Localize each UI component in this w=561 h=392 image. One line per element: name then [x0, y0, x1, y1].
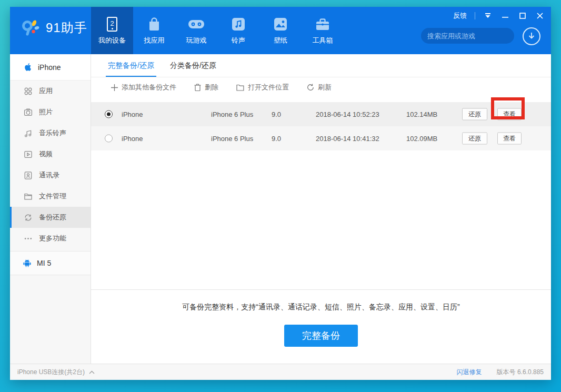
backup-model: iPhone 6 Plus [211, 110, 253, 118]
sidebar-item-music[interactable]: 音乐铃声 [10, 123, 91, 144]
backup-date: 2018-06-14 10:52:23 [316, 110, 379, 118]
nav-games[interactable]: 玩游戏 [175, 7, 217, 54]
nav-ringtones[interactable]: 铃声 [217, 7, 259, 54]
backup-date: 2018-06-14 10:41:32 [316, 135, 379, 143]
full-backup-button[interactable]: 完整备份 [284, 325, 358, 347]
sidebar-item-contacts[interactable]: 通讯录 [10, 165, 91, 186]
backup-row-1[interactable]: iPhone iPhone 6 Plus 9.0 2018-06-14 10:5… [91, 102, 551, 126]
open-file-location-button[interactable]: 打开文件位置 [236, 83, 289, 92]
titlebar-controls: 反馈 [453, 11, 545, 21]
refresh-icon [307, 84, 314, 91]
briefcase-icon [315, 16, 330, 33]
sidebar-device-iphone[interactable]: iPhone [10, 54, 91, 81]
restore-button[interactable]: 还原 [462, 108, 487, 120]
backup-size: 102.14MB [406, 110, 437, 118]
backup-row-2[interactable]: iPhone iPhone 6 Plus 9.0 2018-06-14 10:4… [91, 126, 551, 150]
device-count-badge: 2 [110, 20, 114, 27]
app-logo: 91助手 [22, 19, 87, 36]
restore-button[interactable]: 还原 [462, 133, 487, 145]
picture-icon [274, 16, 287, 33]
gamepad-icon [188, 16, 205, 33]
sidebar-item-files[interactable]: 文件管理 [10, 186, 91, 207]
view-button[interactable]: 查看 [497, 108, 522, 120]
radio-selected[interactable] [105, 110, 113, 118]
view-button[interactable]: 查看 [497, 133, 522, 145]
apple-icon [24, 63, 33, 72]
download-manager-button[interactable] [523, 27, 540, 45]
backup-tabbar: 完整备份/还原 分类备份/还原 [91, 54, 551, 77]
header-bar: 91助手 2 我的设备 找应用 玩游戏 [10, 7, 551, 54]
backup-support-note: 可备份完整资料，支持“通讯录、通话记录、短信、照片、备忘录、应用、设置、日历” [91, 303, 551, 312]
more-dots-icon [24, 234, 33, 243]
main-nav: 2 我的设备 找应用 玩游戏 铃声 [91, 7, 344, 54]
backup-size: 102.09MB [406, 135, 437, 143]
sidebar-item-backup-restore[interactable]: 备份还原 [10, 207, 91, 228]
plus-icon [111, 84, 118, 91]
feedback-link[interactable]: 反馈 [453, 11, 467, 21]
delete-button[interactable]: 删除 [194, 83, 218, 92]
music-notes-icon [24, 129, 33, 138]
status-bar: iPhone USB连接(共2台) 闪退修复 版本号 6.6.0.885 [10, 364, 551, 380]
connected-devices-toggle[interactable]: iPhone USB连接(共2台) [17, 368, 95, 377]
backup-model: iPhone 6 Plus [211, 135, 253, 143]
sidebar: iPhone 应用 照片 音乐铃声 视频 通讯录 [10, 54, 91, 364]
main-menu-icon[interactable] [483, 12, 493, 20]
app-title: 91助手 [46, 19, 87, 36]
backup-name: iPhone [122, 110, 143, 118]
maximize-button[interactable] [518, 12, 527, 20]
trash-icon [194, 84, 201, 91]
refresh-button[interactable]: 刷新 [307, 83, 332, 92]
chevron-up-icon [89, 370, 95, 374]
radio-unselected[interactable] [105, 135, 113, 143]
tab-full-backup[interactable]: 完整备份/还原 [108, 61, 154, 77]
search-box[interactable] [421, 28, 514, 44]
folder-icon [24, 192, 33, 201]
close-button[interactable] [535, 12, 545, 20]
version-text: 版本号 6.6.0.885 [497, 368, 544, 377]
minimize-button[interactable] [500, 12, 510, 20]
music-note-icon [232, 16, 245, 33]
contacts-icon [24, 171, 33, 180]
sidebar-item-apps[interactable]: 应用 [10, 81, 91, 102]
tab-category-backup[interactable]: 分类备份/还原 [170, 61, 216, 77]
android-icon [23, 259, 32, 268]
nav-wallpapers[interactable]: 壁纸 [259, 7, 302, 54]
crash-fix-link[interactable]: 闪退修复 [457, 368, 482, 377]
backup-toolbar: 添加其他备份文件 删除 打开文件位置 刷新 [91, 77, 551, 97]
sidebar-item-more[interactable]: 更多功能 [10, 228, 91, 249]
search-input[interactable] [427, 32, 520, 40]
device-icon: 2 [107, 17, 117, 32]
sidebar-item-videos[interactable]: 视频 [10, 144, 91, 165]
sidebar-device-label: iPhone [38, 63, 61, 72]
apps-grid-icon [24, 87, 33, 96]
add-backup-file-button[interactable]: 添加其他备份文件 [111, 83, 176, 92]
backup-list: iPhone iPhone 6 Plus 9.0 2018-06-14 10:5… [91, 102, 551, 150]
app-window: 91助手 2 我的设备 找应用 玩游戏 [10, 7, 551, 380]
download-arrow-icon [528, 32, 535, 41]
backup-os: 9.0 [272, 110, 281, 118]
nav-find-apps[interactable]: 找应用 [133, 7, 175, 54]
main-panel: 完整备份/还原 分类备份/还原 添加其他备份文件 删除 打开文件位置 [91, 54, 551, 364]
nav-toolbox[interactable]: 工具箱 [302, 7, 344, 54]
sidebar-device-mi5[interactable]: MI 5 [10, 252, 91, 275]
shopping-bag-icon [147, 16, 161, 33]
titlebar-divider [475, 12, 475, 19]
sync-icon [24, 213, 33, 222]
video-icon [24, 150, 33, 159]
backup-name: iPhone [122, 135, 143, 143]
nav-my-device[interactable]: 2 我的设备 [91, 7, 133, 54]
sidebar-item-photos[interactable]: 照片 [10, 102, 91, 123]
folder-open-icon [236, 84, 244, 91]
connection-status-text: iPhone USB连接(共2台) [17, 368, 85, 377]
logo-butterfly-icon [22, 19, 41, 36]
camera-icon [24, 108, 33, 117]
backup-os: 9.0 [272, 135, 281, 143]
section-divider [91, 289, 551, 290]
